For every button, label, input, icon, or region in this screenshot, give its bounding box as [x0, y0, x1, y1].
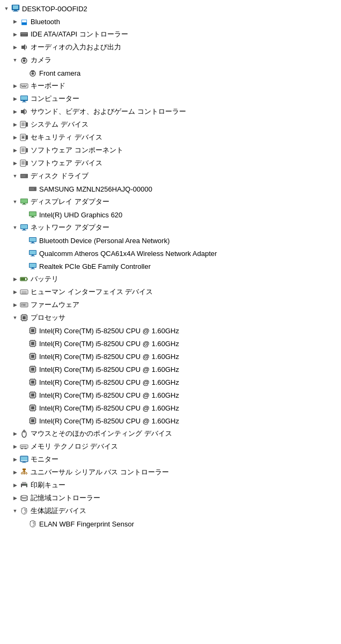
device-manager-tree: DESKTOP-0OOFID2 ⬓ Bluetooth IDE ATA/ATAP…: [0, 0, 341, 532]
tree-item-camera[interactable]: カメラ: [0, 54, 341, 67]
tree-item-cpu7[interactable]: Intel(R) Core(TM) i5-8250U CPU @ 1.60GHz: [0, 401, 341, 414]
svg-rect-19: [24, 85, 25, 86]
tree-expander[interactable]: [11, 507, 19, 515]
svg-rect-49: [22, 204, 26, 205]
tree-expander[interactable]: [11, 197, 19, 206]
tree-item-ide[interactable]: IDE ATA/ATAPI コントローラー: [0, 28, 341, 41]
tree-item-display[interactable]: ディスプレイ アダプター: [0, 195, 341, 208]
svg-rect-25: [22, 102, 26, 103]
tree-expander[interactable]: [11, 43, 19, 52]
camera-icon: [19, 55, 29, 65]
tree-item-battery[interactable]: バッテリ: [0, 273, 341, 286]
svg-rect-151: [31, 380, 34, 384]
tree-expander[interactable]: [11, 494, 19, 502]
processor-icon: [28, 403, 38, 413]
processor-icon: [28, 416, 38, 426]
svg-point-32: [23, 137, 24, 138]
tree-item-biometric[interactable]: 生体認証デバイス: [0, 504, 341, 517]
svg-rect-52: [32, 216, 34, 217]
svg-rect-211: [23, 446, 24, 447]
tree-item-samsung[interactable]: SAMSUNG MZNLN256HAJQ-00000: [0, 182, 341, 195]
tree-expander[interactable]: [11, 133, 19, 142]
tree-expander[interactable]: [11, 94, 19, 103]
svg-rect-217: [26, 448, 27, 449]
tree-item-label: DESKTOP-0OOFID2: [22, 5, 339, 13]
tree-item-disk[interactable]: ディスク ドライブ: [0, 170, 341, 182]
tree-item-label: Intel(R) Core(TM) i5-8250U CPU @ 1.60GHz: [39, 340, 339, 348]
tree-expander[interactable]: [11, 442, 19, 451]
tree-expander[interactable]: [11, 223, 19, 232]
tree-expander[interactable]: [11, 288, 19, 296]
tree-expander[interactable]: [11, 429, 19, 438]
svg-marker-9: [21, 44, 25, 50]
svg-point-11: [23, 60, 26, 62]
svg-rect-2: [14, 10, 17, 11]
tree-item-hid[interactable]: ヒューマン インターフェイス デバイス: [0, 286, 341, 298]
tree-expander[interactable]: [11, 107, 19, 116]
tree-expander[interactable]: [11, 468, 19, 477]
tree-item-print[interactable]: 印刷キュー: [0, 479, 341, 492]
tree-item-monitor[interactable]: モニター: [0, 453, 341, 466]
svg-rect-109: [31, 342, 34, 345]
tree-item-cpu1[interactable]: Intel(R) Core(TM) i5-8250U CPU @ 1.60GHz: [0, 324, 341, 337]
tree-item-network[interactable]: ネットワーク アダプター: [0, 221, 341, 234]
tree-item-label: ディスプレイ アダプター: [31, 197, 339, 207]
tree-item-mouse[interactable]: マウスとそのほかのポインティング デバイス: [0, 427, 341, 440]
tree-expander[interactable]: [11, 56, 19, 64]
tree-item-cpu8[interactable]: Intel(R) Core(TM) i5-8250U CPU @ 1.60GHz: [0, 414, 341, 427]
tree-expander[interactable]: [11, 172, 19, 180]
svg-point-45: [34, 188, 36, 190]
tree-item-soundvideo[interactable]: サウンド、ビデオ、およびゲーム コントローラー: [0, 105, 341, 118]
tree-expander[interactable]: [11, 159, 19, 167]
tree-item-keyboard[interactable]: キーボード: [0, 79, 341, 92]
tree-item-root[interactable]: DESKTOP-0OOFID2: [0, 2, 341, 15]
tree-expander[interactable]: [11, 120, 19, 129]
tree-item-intel-graphics[interactable]: Intel(R) UHD Graphics 620: [0, 208, 341, 221]
tree-expander[interactable]: [11, 146, 19, 155]
processor-icon: [19, 313, 29, 323]
svg-rect-216: [25, 448, 26, 449]
svg-rect-35: [21, 148, 25, 152]
tree-expander[interactable]: [11, 30, 19, 39]
tree-item-cpu6[interactable]: Intel(R) Core(TM) i5-8250U CPU @ 1.60GHz: [0, 389, 341, 401]
tree-item-cpu2[interactable]: Intel(R) Core(TM) i5-8250U CPU @ 1.60GHz: [0, 337, 341, 350]
tree-item-audio[interactable]: オーディオの入力および出力: [0, 41, 341, 54]
tree-item-usb[interactable]: ユニバーサル シリアル バス コントローラー: [0, 466, 341, 479]
tree-item-realtek[interactable]: Realtek PCIe GbE Family Controller: [0, 260, 341, 273]
tree-expander[interactable]: [11, 481, 19, 489]
tree-item-sysdev[interactable]: システム デバイス: [0, 118, 341, 131]
tree-expander[interactable]: [11, 82, 19, 90]
tree-item-bluetooth[interactable]: ⬓ Bluetooth: [0, 15, 341, 28]
tree-item-processor[interactable]: プロセッサ: [0, 311, 341, 324]
tree-item-front-camera[interactable]: Front camera: [0, 67, 341, 79]
tree-item-softcomp[interactable]: ソフトウェア コンポーネント: [0, 144, 341, 157]
tree-expander[interactable]: [11, 455, 19, 464]
tree-item-label: 生体認証デバイス: [31, 506, 339, 516]
svg-rect-220: [23, 462, 25, 463]
network-icon: [28, 236, 38, 245]
tree-item-memory[interactable]: メモリ テクノロジ デバイス: [0, 440, 341, 453]
tree-expander[interactable]: [11, 301, 19, 309]
tree-item-label: ヒューマン インターフェイス デバイス: [31, 287, 339, 297]
svg-rect-38: [21, 161, 25, 165]
tree-expander[interactable]: [11, 313, 19, 322]
tree-expander[interactable]: [11, 275, 19, 283]
tree-item-bt-network[interactable]: Bluetooth Device (Personal Area Network): [0, 234, 341, 247]
computer-icon: [11, 4, 20, 13]
biometric-icon: [28, 519, 38, 529]
mouse-icon: [19, 429, 29, 438]
tree-item-computer[interactable]: コンピューター: [0, 92, 341, 105]
tree-item-cpu5[interactable]: Intel(R) Core(TM) i5-8250U CPU @ 1.60GHz: [0, 376, 341, 389]
tree-item-firmware[interactable]: FW ファームウェア: [0, 298, 341, 311]
tree-item-qualcomm[interactable]: Qualcomm Atheros QCA61x4A Wireless Netwo…: [0, 247, 341, 260]
tree-expander[interactable]: [2, 4, 11, 13]
tree-expander[interactable]: [11, 17, 19, 26]
tree-item-security[interactable]: セキュリティ デバイス: [0, 131, 341, 144]
tree-item-elan[interactable]: ELAN WBF Fingerprint Sensor: [0, 517, 341, 530]
security-icon: [19, 133, 29, 142]
tree-item-storage[interactable]: 記憶域コントローラー: [0, 492, 341, 504]
tree-item-softdev[interactable]: ソフトウェア デバイス: [0, 157, 341, 170]
tree-item-cpu4[interactable]: Intel(R) Core(TM) i5-8250U CPU @ 1.60GHz: [0, 363, 341, 376]
battery-icon: [19, 274, 29, 284]
tree-item-cpu3[interactable]: Intel(R) Core(TM) i5-8250U CPU @ 1.60GHz: [0, 350, 341, 363]
